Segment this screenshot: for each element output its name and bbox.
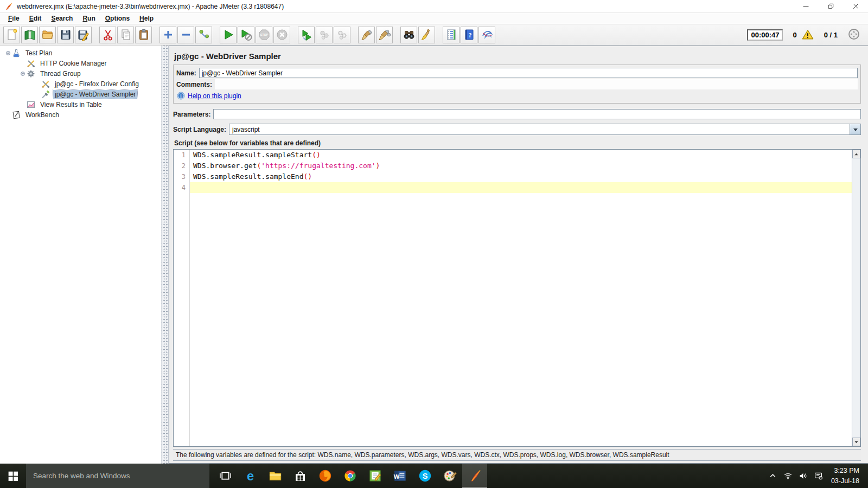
script-line-2[interactable]: 2WDS.browser.get('https://frugaltesting.… bbox=[174, 160, 852, 171]
variables-note: The following variables are defined for … bbox=[173, 449, 861, 461]
shutdown-button[interactable] bbox=[273, 27, 290, 43]
combo-dropdown-button[interactable] bbox=[850, 124, 860, 134]
close-button[interactable] bbox=[843, 0, 868, 12]
tree-expand-handle[interactable] bbox=[4, 50, 12, 56]
log-errors-indicator[interactable]: 0 bbox=[793, 29, 814, 41]
open-file-button[interactable] bbox=[39, 27, 56, 43]
edge-icon: e bbox=[243, 468, 258, 483]
toggle-button[interactable] bbox=[195, 27, 212, 43]
volume-icon[interactable] bbox=[796, 468, 810, 484]
info-icon: i bbox=[177, 92, 185, 100]
tree-panel-splitter[interactable] bbox=[161, 46, 169, 464]
menu-edit[interactable]: Edit bbox=[24, 14, 47, 23]
menu-run[interactable]: Run bbox=[78, 14, 100, 23]
scroll-up-button[interactable] bbox=[852, 150, 860, 158]
clock-date: 03-Jul-18 bbox=[831, 476, 859, 486]
menu-options[interactable]: Options bbox=[100, 14, 135, 23]
menu-search[interactable]: Search bbox=[46, 14, 78, 23]
script-language-select[interactable]: javascript bbox=[229, 124, 861, 135]
menu-file[interactable]: File bbox=[3, 14, 24, 23]
action-center-icon[interactable] bbox=[812, 468, 825, 484]
parameters-input[interactable] bbox=[213, 109, 861, 119]
taskbar-app-windows-store[interactable] bbox=[288, 464, 312, 488]
start-no-timers-button[interactable] bbox=[238, 27, 254, 43]
search-button[interactable] bbox=[400, 27, 417, 43]
plugins-manager-button[interactable] bbox=[478, 27, 495, 43]
new-file-button[interactable] bbox=[3, 27, 20, 43]
clear-all-button[interactable] bbox=[376, 27, 393, 43]
tree-node-label: Thread Group bbox=[39, 69, 82, 78]
stop-button[interactable]: STOP bbox=[256, 27, 272, 43]
clear-button[interactable] bbox=[358, 27, 375, 43]
taskbar-app-firefox[interactable] bbox=[312, 464, 337, 488]
taskbar-app-task-view[interactable] bbox=[213, 464, 238, 488]
help-plugin-link[interactable]: Help on this plugin bbox=[188, 92, 241, 100]
templates-button[interactable] bbox=[21, 27, 38, 43]
taskbar-app-jmeter[interactable] bbox=[462, 464, 487, 488]
name-input[interactable] bbox=[199, 68, 858, 78]
copy-button[interactable] bbox=[117, 27, 134, 43]
tree-expand-handle[interactable] bbox=[19, 70, 27, 77]
remote-shutdown-all-button[interactable] bbox=[334, 27, 350, 43]
function-helper-button[interactable] bbox=[443, 27, 459, 43]
tree-node-label: jp@gc - WebDriver Sampler bbox=[53, 90, 137, 99]
svg-text:STOP: STOP bbox=[260, 33, 268, 36]
scroll-down-button[interactable] bbox=[852, 438, 860, 446]
taskbar-app-skype[interactable]: S bbox=[412, 464, 437, 488]
error-count: 0 bbox=[793, 31, 796, 39]
jmeter-icon bbox=[468, 468, 482, 483]
taskbar-search-input[interactable]: Search the web and Windows bbox=[26, 464, 209, 488]
tree-node-thread-group[interactable]: Thread Group bbox=[0, 68, 161, 79]
tree-node-workbench[interactable]: WorkBench bbox=[0, 110, 161, 120]
save-button[interactable] bbox=[57, 27, 74, 43]
start-button[interactable] bbox=[0, 464, 26, 488]
thread-count-indicator: 0 / 1 bbox=[824, 31, 838, 39]
script-editor[interactable]: 1WDS.sampleResult.sampleStart()2WDS.brow… bbox=[173, 149, 861, 447]
wifi-icon[interactable] bbox=[781, 468, 795, 484]
editor-app-icon bbox=[368, 468, 382, 483]
tree-node-label: WorkBench bbox=[24, 111, 61, 119]
taskbar-app-editor-app[interactable] bbox=[362, 464, 387, 488]
remote-start-all-button[interactable] bbox=[298, 27, 315, 43]
collapse-all-button[interactable] bbox=[177, 27, 194, 43]
start-button[interactable] bbox=[220, 27, 237, 43]
restore-button[interactable] bbox=[818, 0, 843, 12]
script-language-label: Script Language: bbox=[173, 126, 226, 133]
file-explorer-icon bbox=[268, 468, 283, 483]
paste-button[interactable] bbox=[135, 27, 152, 43]
toolbar-status: 00:00:47 0 0 / 1 bbox=[747, 28, 865, 42]
taskbar-app-file-explorer[interactable] bbox=[263, 464, 288, 488]
help-button[interactable]: ? bbox=[461, 27, 477, 43]
search-reset-button[interactable] bbox=[418, 27, 435, 43]
taskbar-app-paint[interactable] bbox=[437, 464, 462, 488]
remote-stop-all-button[interactable] bbox=[316, 27, 333, 43]
comments-input[interactable] bbox=[215, 79, 858, 89]
workbench-note-icon bbox=[12, 111, 21, 119]
minimize-button[interactable] bbox=[793, 0, 818, 12]
clock-time: 3:23 PM bbox=[831, 466, 859, 476]
main-content: Test PlanHTTP Cookie ManagerThread Group… bbox=[0, 46, 868, 464]
tree-node-label: HTTP Cookie Manager bbox=[39, 59, 108, 68]
taskbar-app-edge[interactable]: e bbox=[238, 464, 263, 488]
editor-empty-area[interactable] bbox=[174, 193, 852, 446]
chevron-up-icon[interactable] bbox=[766, 468, 780, 484]
script-line-4[interactable]: 4 bbox=[174, 182, 852, 193]
cut-button[interactable] bbox=[99, 27, 116, 43]
tree-node-test-plan[interactable]: Test Plan bbox=[0, 48, 161, 58]
taskbar-clock[interactable]: 3:23 PM 03-Jul-18 bbox=[827, 466, 865, 485]
expand-all-button[interactable] bbox=[159, 27, 176, 43]
taskbar-app-word[interactable]: W bbox=[387, 464, 412, 488]
tree-node-jp-gc-firefox-driver-config[interactable]: jp@gc - Firefox Driver Config bbox=[0, 79, 161, 89]
editor-scrollbar[interactable] bbox=[852, 150, 860, 446]
tree-node-jp-gc-webdriver-sampler[interactable]: jp@gc - WebDriver Sampler bbox=[0, 89, 161, 99]
save-screenshot-button[interactable] bbox=[75, 27, 92, 43]
tree-node-http-cookie-manager[interactable]: HTTP Cookie Manager bbox=[0, 58, 161, 68]
menu-help[interactable]: Help bbox=[135, 14, 158, 23]
tree-node-label: jp@gc - Firefox Driver Config bbox=[53, 80, 141, 88]
tree-node-view-results-in-table[interactable]: View Results in Table bbox=[0, 99, 161, 110]
script-line-1[interactable]: 1WDS.sampleResult.sampleStart() bbox=[174, 150, 852, 160]
taskbar-app-chrome[interactable] bbox=[337, 464, 362, 488]
script-line-3[interactable]: 3WDS.sampleResult.sampleEnd() bbox=[174, 171, 852, 182]
config-tools-icon bbox=[27, 59, 36, 68]
script-code-area[interactable]: 1WDS.sampleResult.sampleStart()2WDS.brow… bbox=[174, 150, 852, 446]
